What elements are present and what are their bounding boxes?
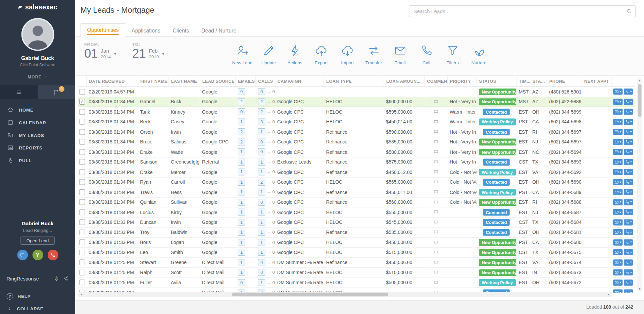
- comment-button[interactable]: [433, 99, 438, 104]
- avatar[interactable]: [21, 18, 54, 51]
- help-button[interactable]: ? HELP: [0, 291, 75, 302]
- tab-clients[interactable]: Clients: [166, 24, 195, 37]
- from-date-picker[interactable]: FROM: 01 Jan 2014 ▾: [84, 42, 116, 60]
- row-email-button[interactable]: ▾: [613, 290, 623, 293]
- row-email-button[interactable]: ▾: [613, 279, 623, 286]
- comment-button[interactable]: [433, 199, 438, 204]
- toolbar-update-button[interactable]: Update: [255, 44, 282, 65]
- comment-button[interactable]: [433, 230, 438, 235]
- row-email-button[interactable]: ▾: [613, 159, 623, 165]
- table-row[interactable]: 03/30/2018 01:34 PMLuciusKirbyGoogle11→0…: [78, 207, 635, 217]
- row-email-button[interactable]: ▾: [613, 179, 623, 185]
- toolbar-transfer-button[interactable]: Transfer: [360, 44, 387, 65]
- table-row[interactable]: 02/20/2019 04:57 PMGoogle00→0New Opportu…: [78, 87, 635, 97]
- more-button[interactable]: MORE: [0, 75, 75, 79]
- row-call-button[interactable]: ▾: [624, 219, 633, 225]
- comment-button[interactable]: [433, 219, 438, 225]
- horizontal-scroll-thumb[interactable]: [232, 293, 388, 296]
- row-call-button[interactable]: ▾: [624, 139, 633, 145]
- sidebar-item-pull[interactable]: PULL: [0, 154, 75, 167]
- row-email-button[interactable]: ▾: [613, 249, 623, 255]
- row-call-button[interactable]: ▾: [624, 209, 633, 215]
- scroll-up-arrow[interactable]: ▲: [637, 78, 642, 83]
- row-checkbox[interactable]: [79, 169, 85, 175]
- tab-dead-nurture[interactable]: Dead / Nurture: [195, 24, 243, 37]
- vertical-scroll-thumb[interactable]: [638, 84, 642, 117]
- sidebar-item-calendar[interactable]: CALENDAR: [0, 116, 75, 129]
- column-header-calls[interactable]: CALLS: [255, 76, 275, 86]
- row-email-button[interactable]: ▾: [613, 129, 623, 135]
- row-email-button[interactable]: ▾: [613, 199, 623, 205]
- row-checkbox[interactable]: [79, 179, 85, 185]
- incoming-call-icon[interactable]: [62, 275, 68, 281]
- table-row[interactable]: 03/30/2018 01:34 PMBeckCaseyGoogle13→0Go…: [78, 117, 635, 127]
- table-row[interactable]: 03/30/2018 01:25 PMStewartGreeneDirect M…: [78, 257, 635, 267]
- row-checkbox[interactable]: [79, 129, 85, 135]
- row-call-button[interactable]: ▾: [624, 169, 633, 175]
- column-header-date-received[interactable]: DATE RECEIVED: [86, 76, 138, 86]
- row-checkbox[interactable]: ✓: [79, 99, 85, 105]
- toolbar-export-button[interactable]: Export: [308, 44, 334, 65]
- row-call-button[interactable]: ▾: [624, 239, 633, 245]
- row-email-button[interactable]: ▾: [613, 169, 623, 175]
- row-checkbox[interactable]: [79, 139, 85, 145]
- location-pin-icon[interactable]: [53, 275, 59, 281]
- toolbar-new-lead-button[interactable]: New Lead: [229, 44, 255, 65]
- row-checkbox[interactable]: [79, 89, 85, 95]
- tab-applications[interactable]: Applications: [126, 24, 167, 37]
- row-email-button[interactable]: ▾: [613, 109, 623, 115]
- horizontal-scrollbar[interactable]: ◄ ►: [78, 292, 612, 297]
- column-header-phone[interactable]: PHONE: [547, 76, 582, 86]
- column-header-sta[interactable]: STA...: [530, 76, 547, 86]
- column-header-lead-source[interactable]: LEAD SOURCE: [200, 76, 235, 86]
- row-call-button[interactable]: ▾: [624, 290, 633, 293]
- comment-button[interactable]: [433, 169, 438, 174]
- comment-button[interactable]: [433, 189, 438, 194]
- collapse-button[interactable]: COLLAPSE: [0, 303, 75, 314]
- sidebar-item-reports[interactable]: REPORTS: [0, 141, 75, 154]
- row-email-button[interactable]: ▾: [613, 269, 623, 275]
- row-email-button[interactable]: ▾: [613, 239, 623, 245]
- comment-button[interactable]: [433, 129, 438, 134]
- row-call-button[interactable]: ▾: [624, 119, 633, 125]
- row-checkbox[interactable]: [79, 280, 85, 286]
- column-header-campaign[interactable]: CAMPAIGN: [275, 76, 324, 86]
- comment-button[interactable]: [433, 270, 438, 275]
- comment-button[interactable]: [433, 209, 438, 214]
- comment-button[interactable]: [433, 280, 438, 285]
- search-input[interactable]: [409, 5, 636, 17]
- table-row[interactable]: 03/30/2018 01:34 PMOrsonIrwinGoogle21→0G…: [78, 127, 635, 137]
- row-checkbox[interactable]: [79, 209, 85, 215]
- row-call-button[interactable]: ▾: [624, 179, 633, 185]
- toolbar-import-button[interactable]: Import: [334, 44, 360, 65]
- scroll-right-arrow[interactable]: ►: [606, 292, 611, 297]
- row-email-button[interactable]: ▾: [613, 119, 623, 125]
- table-row[interactable]: 03/30/2018 01:34 PMSamsonGreenesdfgfgRef…: [78, 157, 635, 167]
- column-header-commen[interactable]: COMMEN...: [424, 76, 447, 86]
- row-email-button[interactable]: ▾: [613, 219, 623, 225]
- scroll-down-arrow[interactable]: ▼: [637, 287, 642, 292]
- toolbar-actions-button[interactable]: Actions: [282, 44, 308, 65]
- table-row[interactable]: 03/30/2018 01:25 PMFullerAvilaDirect Mai…: [78, 277, 635, 288]
- row-call-button[interactable]: ▾: [624, 99, 633, 105]
- row-checkbox[interactable]: [79, 189, 85, 195]
- row-call-button[interactable]: ▾: [624, 199, 633, 205]
- row-email-button[interactable]: ▾: [613, 149, 623, 155]
- comment-button[interactable]: [433, 250, 438, 255]
- comment-button[interactable]: [433, 179, 438, 184]
- table-row[interactable]: 03/30/2018 01:33 PMTroyBaldwinGoogle11→0…: [78, 227, 635, 237]
- flag-button[interactable]: 0: [38, 85, 75, 99]
- row-checkbox[interactable]: [79, 149, 85, 155]
- toolbar-call-button[interactable]: Call: [413, 44, 439, 65]
- row-call-button[interactable]: ▾: [624, 259, 633, 265]
- row-call-button[interactable]: ▾: [624, 159, 633, 165]
- table-row[interactable]: 03/30/2018 01:33 PMDuncanIrwinGoogle11→0…: [78, 217, 635, 227]
- table-row[interactable]: 03/30/2018 01:34 PMBruceSalinasGoogle CP…: [78, 137, 635, 147]
- row-checkbox[interactable]: [79, 109, 85, 115]
- row-email-button[interactable]: ▾: [613, 139, 623, 145]
- column-header-last-name[interactable]: LAST NAME: [168, 76, 200, 86]
- table-row[interactable]: 03/30/2018 01:33 PMBorisLoganGoogle11→0G…: [78, 237, 635, 247]
- chat-button[interactable]: [17, 250, 28, 260]
- row-checkbox[interactable]: [79, 260, 85, 265]
- row-call-button[interactable]: ▾: [624, 229, 633, 235]
